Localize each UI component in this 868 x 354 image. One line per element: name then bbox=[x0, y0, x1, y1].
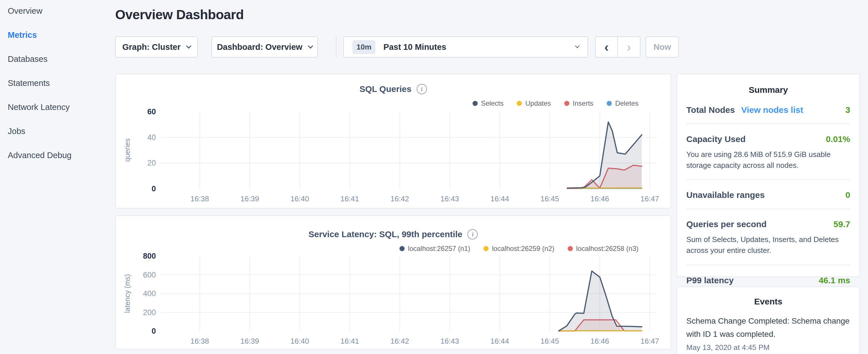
sidebar-item-statements[interactable]: Statements bbox=[8, 78, 105, 88]
svg-text:16:45: 16:45 bbox=[540, 194, 559, 203]
legend-dot-icon bbox=[607, 101, 612, 106]
dashboard-dropdown[interactable]: Dashboard: Overview bbox=[212, 36, 318, 58]
chart-title: Service Latency: SQL, 99th percentile bbox=[309, 229, 463, 239]
legend-dot-icon bbox=[400, 246, 405, 251]
svg-text:16:39: 16:39 bbox=[241, 337, 259, 345]
legend-label: localhost:26258 (n3) bbox=[576, 245, 639, 253]
p99-latency-label: P99 latency bbox=[686, 276, 734, 285]
svg-text:16:42: 16:42 bbox=[390, 337, 409, 345]
capacity-used-description: You are using 28.6 MiB of 515.9 GiB usab… bbox=[686, 149, 841, 171]
svg-text:16:40: 16:40 bbox=[290, 337, 309, 345]
legend-dot-icon bbox=[517, 101, 522, 106]
svg-text:16:38: 16:38 bbox=[190, 194, 209, 203]
y-axis-label: latency (ms) bbox=[123, 256, 131, 331]
service-latency-chart-card: Service Latency: SQL, 99th percentile i … bbox=[115, 215, 671, 349]
qps-value: 59.7 bbox=[834, 219, 850, 229]
capacity-used-value: 0.01% bbox=[826, 134, 850, 144]
summary-panel: Summary Total Nodes View nodes list 3 Ca… bbox=[677, 74, 860, 277]
svg-text:16:45: 16:45 bbox=[540, 337, 559, 345]
chevron-down-icon bbox=[186, 43, 191, 49]
svg-text:16:42: 16:42 bbox=[390, 194, 409, 203]
chart-title: SQL Queries bbox=[359, 84, 411, 94]
event-text: Schema Change Completed: Schema change w… bbox=[686, 315, 850, 341]
summary-row-unavailable-ranges: Unavailable ranges 0 bbox=[686, 180, 850, 209]
graph-dropdown-label: Graph: Cluster bbox=[122, 42, 181, 52]
chevron-down-icon bbox=[308, 43, 313, 49]
sidebar-item-metrics[interactable]: Metrics bbox=[8, 30, 105, 40]
chart-legend: SelectsUpdatesInsertsDeletes bbox=[472, 99, 639, 107]
legend-label: Deletes bbox=[615, 99, 639, 107]
total-nodes-label: Total Nodes bbox=[686, 105, 735, 115]
svg-text:16:46: 16:46 bbox=[590, 337, 609, 345]
svg-text:400: 400 bbox=[143, 289, 156, 298]
legend-dot-icon bbox=[564, 101, 569, 106]
legend-label: Inserts bbox=[573, 99, 593, 107]
svg-text:0: 0 bbox=[152, 327, 156, 335]
page-title: Overview Dashboard bbox=[115, 7, 244, 22]
sidebar-item-advanced-debug[interactable]: Advanced Debug bbox=[8, 151, 105, 160]
summary-header: Summary bbox=[677, 74, 859, 95]
toolbar: Graph: Cluster Dashboard: Overview 10m P… bbox=[115, 36, 717, 58]
events-panel: Events Schema Change Completed: Schema c… bbox=[677, 286, 860, 354]
sidebar-item-network-latency[interactable]: Network Latency bbox=[8, 102, 105, 112]
svg-text:16:47: 16:47 bbox=[641, 194, 659, 203]
sidebar-item-databases[interactable]: Databases bbox=[8, 55, 105, 64]
time-window-label: Past 10 Minutes bbox=[383, 42, 569, 52]
dashboard-dropdown-label: Dashboard: Overview bbox=[217, 42, 302, 52]
legend-dot-icon bbox=[484, 246, 489, 251]
svg-text:40: 40 bbox=[147, 133, 156, 142]
view-nodes-list-link[interactable]: View nodes list bbox=[741, 105, 803, 115]
svg-text:16:43: 16:43 bbox=[440, 194, 459, 203]
event-list-item[interactable]: Schema Change Completed: Schema change w… bbox=[677, 307, 859, 352]
svg-text:16:47: 16:47 bbox=[641, 337, 659, 345]
capacity-used-label: Capacity Used bbox=[686, 134, 746, 144]
svg-text:16:38: 16:38 bbox=[190, 337, 209, 345]
svg-text:600: 600 bbox=[143, 271, 156, 279]
legend-label: Selects bbox=[481, 99, 504, 107]
unavailable-ranges-label: Unavailable ranges bbox=[686, 190, 765, 200]
next-time-button[interactable]: › bbox=[618, 36, 641, 58]
sidebar: Overview Metrics Databases Statements Ne… bbox=[8, 6, 105, 175]
legend-item[interactable]: localhost:26258 (n3) bbox=[568, 245, 639, 253]
prev-time-button[interactable]: ‹ bbox=[595, 36, 618, 58]
svg-text:16:46: 16:46 bbox=[590, 194, 609, 203]
info-icon[interactable]: i bbox=[417, 84, 427, 94]
svg-text:16:39: 16:39 bbox=[241, 194, 259, 203]
sql-queries-chart-card: SQL Queries i SelectsUpdatesInsertsDelet… bbox=[115, 74, 671, 208]
chart-legend: localhost:26257 (n1)localhost:26259 (n2)… bbox=[400, 245, 639, 253]
sidebar-item-overview[interactable]: Overview bbox=[8, 6, 105, 16]
svg-text:200: 200 bbox=[143, 308, 156, 317]
legend-item[interactable]: Updates bbox=[517, 99, 551, 107]
time-window-badge: 10m bbox=[352, 40, 375, 54]
events-header: Events bbox=[677, 287, 859, 307]
legend-item[interactable]: localhost:26259 (n2) bbox=[484, 245, 554, 253]
svg-text:16:41: 16:41 bbox=[340, 337, 359, 345]
y-axis-label: queries bbox=[123, 112, 131, 189]
svg-text:16:44: 16:44 bbox=[490, 337, 509, 345]
svg-text:0: 0 bbox=[152, 185, 156, 193]
time-window-picker[interactable]: 10m Past 10 Minutes bbox=[343, 36, 588, 58]
legend-label: localhost:26259 (n2) bbox=[492, 245, 554, 253]
legend-label: Updates bbox=[525, 99, 551, 107]
svg-text:16:40: 16:40 bbox=[290, 194, 309, 203]
svg-text:16:41: 16:41 bbox=[340, 194, 359, 203]
svg-text:60: 60 bbox=[147, 107, 156, 116]
sidebar-item-jobs[interactable]: Jobs bbox=[8, 127, 105, 136]
now-button[interactable]: Now bbox=[646, 36, 679, 58]
service-latency-plot: 16:3816:3916:4016:4116:4216:4316:4416:45… bbox=[161, 256, 657, 331]
legend-item[interactable]: localhost:26257 (n1) bbox=[400, 245, 470, 253]
legend-item[interactable]: Inserts bbox=[564, 99, 593, 107]
event-timestamp: May 13, 2020 at 4:45 PM bbox=[686, 343, 850, 352]
graph-dropdown[interactable]: Graph: Cluster bbox=[115, 36, 198, 58]
svg-text:20: 20 bbox=[147, 159, 156, 167]
toolbar-divider bbox=[336, 36, 336, 58]
info-icon[interactable]: i bbox=[467, 229, 478, 239]
legend-dot-icon bbox=[472, 101, 478, 106]
legend-item[interactable]: Selects bbox=[472, 99, 504, 107]
legend-label: localhost:26257 (n1) bbox=[408, 245, 470, 253]
legend-item[interactable]: Deletes bbox=[607, 99, 639, 107]
legend-dot-icon bbox=[568, 246, 573, 251]
svg-text:800: 800 bbox=[143, 252, 156, 260]
time-step-buttons: ‹ › bbox=[595, 36, 641, 58]
chevron-down-icon bbox=[575, 43, 580, 48]
